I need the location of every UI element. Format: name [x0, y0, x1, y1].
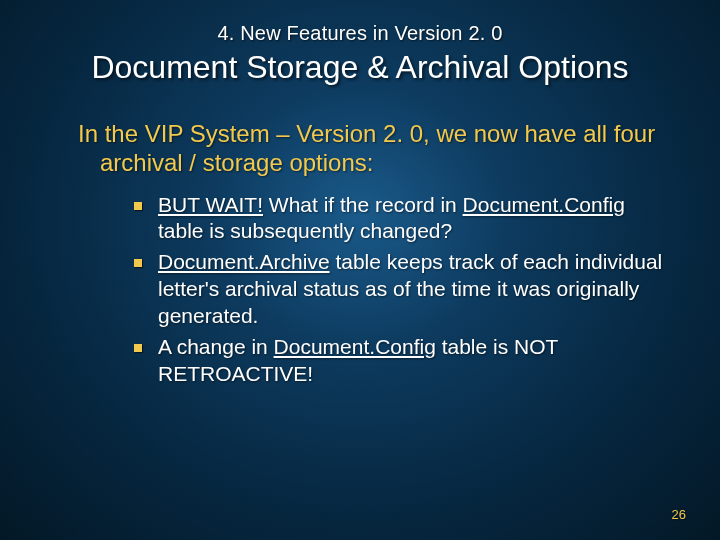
bullet-term: Document.Config: [463, 193, 625, 216]
list-item: A change in Document.Config table is NOT…: [134, 334, 666, 388]
bullet-after: table is subsequently changed?: [158, 219, 452, 242]
bullet-mid: A change in: [158, 335, 274, 358]
slide-pretitle: 4. New Features in Version 2. 0: [36, 22, 684, 45]
lead-text: In the VIP System – Version 2. 0, we now…: [78, 120, 684, 178]
bullet-term: Document.Config: [274, 335, 436, 358]
bullet-term: Document.Archive: [158, 250, 330, 273]
bullet-mid: What if the record in: [263, 193, 463, 216]
slide: 4. New Features in Version 2. 0 Document…: [0, 0, 720, 540]
list-item: BUT WAIT! What if the record in Document…: [134, 192, 666, 246]
slide-title: Document Storage & Archival Options: [36, 49, 684, 86]
list-item: Document.Archive table keeps track of ea…: [134, 249, 666, 330]
page-number: 26: [672, 507, 686, 522]
bullet-list: BUT WAIT! What if the record in Document…: [134, 192, 684, 388]
bullet-prefix: BUT WAIT!: [158, 193, 263, 216]
